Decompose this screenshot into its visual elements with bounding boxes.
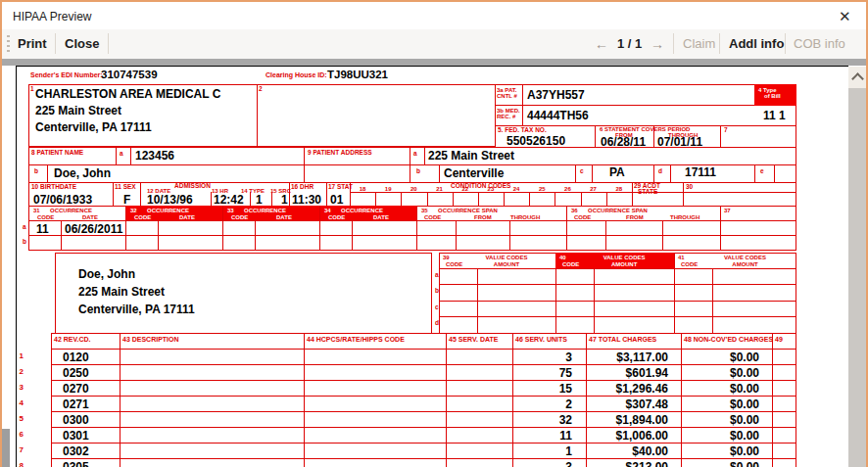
- table-column-header: 44 HCPCS/RATE/HIPPS CODE: [307, 336, 405, 344]
- occurrence-span-number: 35: [421, 208, 428, 213]
- form-line: [416, 206, 417, 250]
- patient-id-value: 123456: [135, 150, 174, 162]
- admission-src-value: 1: [281, 194, 288, 206]
- box7-number: 7: [724, 127, 728, 134]
- form-line: [575, 164, 576, 182]
- condition-code-number: 20: [410, 186, 417, 192]
- stat-label: 17 STAT: [328, 184, 353, 191]
- pay-to-box: [257, 84, 496, 147]
- birthdate-label: 10 BIRTHDATE: [31, 184, 76, 191]
- form-line: [250, 192, 251, 206]
- form-line: [51, 411, 796, 412]
- occurrence-date-label: DATE: [373, 214, 389, 220]
- table-column-header: 42 REV.CD.: [54, 336, 90, 344]
- occurrence-box-title: OCCURRENCE: [341, 208, 383, 213]
- patient-a-letter: a: [120, 151, 123, 158]
- form-line: [352, 220, 353, 250]
- condition-code-number: 26: [564, 186, 571, 192]
- form-line: [509, 220, 510, 250]
- table-rev-code: 0271: [63, 398, 89, 410]
- stat-value: 01: [330, 194, 343, 206]
- table-total-charges: $1,296.46: [586, 383, 674, 395]
- table-total-charges: $40.00: [586, 445, 674, 457]
- fed-tax-label: 5. FED. TAX NO.: [498, 127, 547, 134]
- form-line: [555, 192, 555, 206]
- occurrence-box-title: OCCURRENCE: [147, 208, 189, 213]
- occurrence-span-from-label: FROM: [626, 214, 644, 220]
- form-line: [271, 192, 272, 206]
- table-rev-code: 0301: [63, 430, 89, 442]
- provider-city: Centerville, PA 17111: [35, 121, 152, 133]
- form-line: [605, 220, 606, 250]
- table-serv-units: 3: [512, 351, 579, 363]
- patient-address-label: 9 PATIENT ADDRESS: [308, 150, 372, 157]
- state-c-letter: c: [580, 168, 584, 175]
- box30-number: 30: [686, 184, 693, 191]
- patient-address-row-b: [304, 164, 796, 183]
- med-rec-label2: REC. #: [497, 114, 515, 119]
- condition-code-number: 28: [615, 186, 622, 192]
- city-b-letter: b: [416, 168, 420, 175]
- patient-street-value: 225 Main Street: [428, 150, 514, 162]
- value-codes-code-label: CODE: [562, 261, 579, 267]
- form-line: [116, 147, 117, 164]
- payer-city: Centerville, PA 17111: [78, 304, 195, 315]
- form-line: [222, 206, 223, 250]
- table-line-number: 6: [6, 431, 24, 439]
- box1-number: 1: [30, 86, 34, 93]
- form-line: [51, 396, 796, 397]
- table-line-number: 8: [6, 462, 24, 467]
- occurrence-box37-number: 37: [724, 208, 731, 213]
- occurrence-code-label: CODE: [328, 214, 345, 220]
- form-line: [712, 268, 713, 333]
- form-line: [120, 333, 121, 467]
- sex-label: 11 SEX: [115, 184, 136, 191]
- form-line: [130, 147, 131, 164]
- dhr-value: 11:30: [292, 194, 321, 206]
- table-noncovered-charges: $0.00: [681, 445, 765, 457]
- edi-number-label: Sender's EDI Number:: [30, 71, 103, 79]
- table-noncovered-charges: $0.00: [681, 367, 765, 379]
- occurrence-code-value: 11: [36, 223, 49, 235]
- occurrence-box-number: 32: [130, 208, 137, 213]
- pat-cntl-label2: CNTL #: [497, 93, 517, 99]
- med-rec-value: 44444TH56: [527, 110, 589, 121]
- form-line: [439, 164, 440, 182]
- form-line: [439, 284, 796, 285]
- patient-city-value: Centerville: [444, 167, 504, 179]
- table-column-header: 49: [775, 336, 783, 344]
- value-codes-title: VALUE CODES: [603, 255, 646, 260]
- form-line: [319, 206, 320, 250]
- value-codes-title: VALUE CODES: [724, 255, 766, 260]
- table-column-header: 47 TOTAL CHARGES: [589, 336, 656, 344]
- form-line: [51, 380, 796, 381]
- condition-code-number: 18: [360, 186, 366, 192]
- occurrence-date-value: 06/26/2011: [65, 223, 122, 235]
- occurrence-date-label: DATE: [276, 214, 292, 220]
- occurrence-box-number: 33: [227, 208, 234, 213]
- form-line: [439, 316, 796, 317]
- form-line: [632, 182, 633, 206]
- form-line: [653, 164, 654, 182]
- value-codes-code-label: CODE: [446, 261, 462, 267]
- form-line: [453, 192, 454, 206]
- form-line: [51, 427, 796, 428]
- table-serv-units: 2: [512, 398, 579, 410]
- occurrence-span-title: OCCURRENCE SPAN: [588, 208, 648, 213]
- form-line: [401, 192, 402, 206]
- form-line: [504, 192, 505, 206]
- form-line: [446, 333, 447, 467]
- form-line: [211, 192, 212, 206]
- form-line: [477, 268, 478, 333]
- occurrence-span-title: OCCURRENCE SPAN: [438, 208, 498, 213]
- value-codes-title: VALUE CODES: [486, 255, 528, 260]
- occurrence-code-label: CODE: [231, 214, 248, 220]
- value-codes-amount-label: AMOUNT: [494, 261, 519, 267]
- zip-d-letter: d: [658, 168, 662, 175]
- form-line: [662, 220, 663, 250]
- form-line: [158, 220, 159, 250]
- form-line: [772, 333, 773, 467]
- occurrence-box-number: 31: [33, 208, 40, 213]
- table-serv-units: 75: [512, 367, 579, 379]
- table-noncovered-charges: $0.00: [681, 383, 765, 395]
